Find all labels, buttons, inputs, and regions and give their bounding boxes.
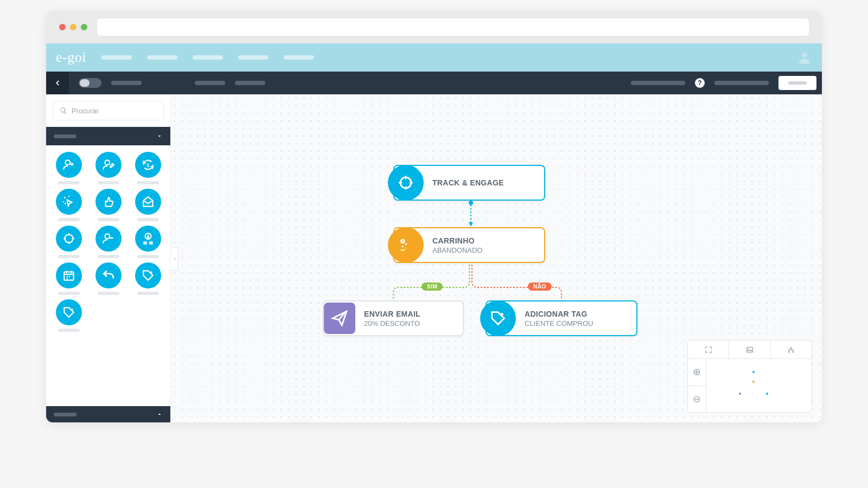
minimap-viewport[interactable] [706,359,812,412]
node-subtitle: CLIENTE COMPROU [525,319,593,328]
toggle-switch[interactable] [79,78,101,88]
flow-canvas[interactable]: SIM NÃO TRACK & ENGAGE CARRINHOABANDONAD… [171,94,822,422]
money-cycle-icon[interactable]: $ [135,152,161,178]
branch-no-label: NÃO [528,282,552,291]
svg-rect-11 [747,347,753,352]
nav-item[interactable] [284,55,314,60]
window-controls [59,24,87,30]
target-icon [388,165,424,201]
remove-tag-icon[interactable] [56,299,82,325]
svg-point-10 [401,240,405,243]
node-send-email[interactable]: ENVIAR EMAIL20% DESCONTO [323,300,464,336]
browser-chrome [46,11,822,43]
add-tag-icon[interactable] [135,262,161,288]
user-avatar-icon[interactable] [797,49,812,66]
nav-item[interactable] [193,55,223,60]
top-nav: e-goi [46,43,822,72]
search-input[interactable]: Procurar [53,101,164,120]
branch-yes-label: SIM [422,282,443,291]
sub-nav-item[interactable] [714,81,769,85]
svg-rect-15 [793,351,794,352]
svg-text:$: $ [146,163,149,168]
svg-rect-13 [790,346,792,348]
help-icon[interactable]: ? [695,78,705,88]
svg-point-4 [105,234,110,239]
add-user-icon[interactable] [56,152,82,178]
workspace: Procurar $ [46,94,822,422]
sitemap-icon[interactable] [771,341,812,358]
remove-user-icon[interactable] [95,226,122,252]
svg-rect-14 [788,351,790,352]
svg-point-0 [65,160,70,165]
condition-icon [388,227,424,263]
maximize-icon[interactable] [81,24,87,30]
chevron-up-icon [156,411,163,418]
fullscreen-icon[interactable] [688,341,729,358]
zoom-out-button[interactable]: ⊖ [688,386,706,413]
brand-logo: e-goi [56,49,86,66]
download-icon[interactable] [135,226,161,252]
node-subtitle: ABANDONADO [432,246,482,254]
nav-item[interactable] [147,55,177,60]
node-title: ADICIONAR TAG [525,310,593,318]
minimap: ⊕ ⊖ [687,340,812,413]
edit-user-icon[interactable] [95,152,122,178]
undo-icon[interactable] [95,262,122,288]
icon-palette: $ [46,145,170,406]
svg-point-1 [105,160,110,165]
thumbs-up-icon[interactable] [95,189,122,215]
image-icon[interactable] [729,341,770,358]
envelope-open-icon[interactable] [135,189,161,215]
nav-item[interactable] [238,55,269,60]
click-icon[interactable] [56,189,82,215]
node-add-tag[interactable]: ADICIONAR TAGCLIENTE COMPROU [486,300,637,336]
calendar-icon[interactable] [56,262,82,288]
sub-nav: ? [46,72,822,94]
node-track-engage[interactable]: TRACK & ENGAGE [393,165,545,201]
app-window: e-goi ? Procurar [46,11,822,422]
minimize-icon[interactable] [70,24,76,30]
sub-nav-item[interactable] [631,81,685,85]
close-icon[interactable] [59,24,66,30]
search-placeholder: Procurar [72,107,99,115]
send-icon [324,303,355,334]
node-title: ENVIAR EMAIL [364,310,420,318]
action-button[interactable] [778,76,816,90]
chevron-down-icon [156,133,163,139]
svg-point-3 [65,234,73,242]
tag-icon [480,300,516,336]
node-title: CARRINHO [432,236,482,245]
search-icon [60,107,67,114]
sub-nav-item[interactable] [235,81,265,85]
sub-nav-item[interactable] [111,81,142,85]
nav-item[interactable] [101,55,132,60]
node-title: TRACK & ENGAGE [432,178,504,187]
collapse-sidebar-handle[interactable] [171,247,178,271]
sidebar-footer[interactable] [46,406,170,422]
sidebar-section-header[interactable] [46,127,170,145]
node-subtitle: 20% DESCONTO [364,319,420,328]
url-bar[interactable] [97,18,809,36]
sidebar: Procurar $ [46,94,171,422]
sub-nav-item[interactable] [195,81,225,85]
back-button[interactable] [46,72,69,94]
target-icon[interactable] [56,226,82,252]
svg-point-9 [400,177,411,188]
svg-point-7 [469,201,473,205]
node-abandoned-cart[interactable]: CARRINHOABANDONADO [393,227,545,263]
zoom-in-button[interactable]: ⊕ [688,359,706,386]
